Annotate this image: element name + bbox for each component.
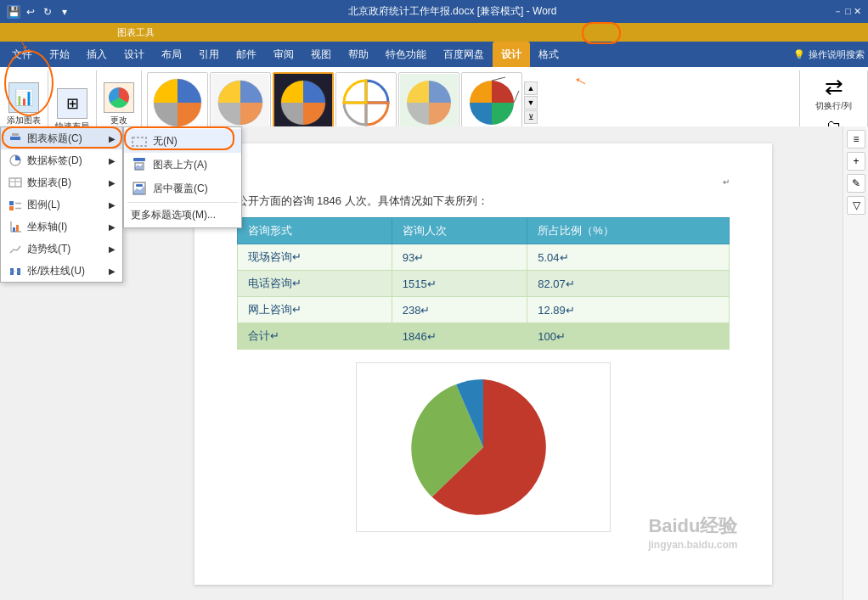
doc-page: ↵ 公开方面的咨询 1846 人次。具体情况如下表所列： 咨询形式 咨询人次 所…	[194, 143, 772, 585]
cell-type-3: 网上咨询↵	[237, 297, 392, 323]
cell-type-2: 电话咨询↵	[237, 271, 392, 297]
chart-tools-label: 图表工具	[100, 25, 172, 41]
chart-title-submenu: 无(N) 图表上方(A) 居中覆盖(C)	[123, 126, 242, 228]
cell-pct-1: 5.04↵	[527, 244, 729, 271]
cell-pct-3: 12.89↵	[527, 297, 729, 323]
chart-style-6[interactable]	[461, 72, 522, 133]
chart-tools-bar: 图表工具	[0, 23, 868, 42]
context-menu: 无(N) 图表上方(A) 居中覆盖(C)	[123, 126, 242, 228]
data-labels-icon	[8, 153, 23, 168]
chart-frame[interactable]	[356, 362, 611, 532]
tab-layout[interactable]: 布局	[153, 42, 190, 67]
chart-style-5[interactable]	[398, 72, 459, 133]
quick-layout-icon: ⊞	[57, 88, 87, 119]
panel-item-legend[interactable]: 图例(L) ▶	[1, 193, 122, 216]
table-row: 网上咨询↵ 238↵ 12.89↵	[237, 297, 729, 323]
scroll-up-arrow[interactable]: ▲	[524, 81, 538, 95]
svg-rect-27	[132, 137, 146, 146]
tab-view[interactable]: 视图	[302, 42, 340, 67]
data-table-icon	[8, 175, 23, 190]
svg-rect-31	[136, 184, 143, 187]
cell-count-3: 238↵	[392, 297, 527, 323]
submenu-arrow-7: ▶	[109, 266, 116, 276]
svg-rect-22	[13, 227, 15, 232]
svg-rect-23	[16, 225, 19, 232]
tab-mailings[interactable]: 邮件	[228, 42, 265, 67]
center-icon	[131, 180, 148, 197]
submenu-arrow-5: ▶	[109, 222, 116, 232]
panel-item-axis[interactable]: 坐标轴(I) ▶	[1, 216, 122, 238]
tab-home[interactable]: 开始	[41, 42, 78, 67]
switch-row-col-btn[interactable]: ⇄ 切换行/列	[807, 72, 860, 114]
sidebar-icon-1[interactable]: ≡	[847, 130, 865, 149]
table-row: 现场咨询↵ 93↵ 5.04↵	[237, 244, 729, 271]
tab-review[interactable]: 审阅	[265, 42, 302, 67]
sidebar-icon-4[interactable]: ▽	[847, 196, 865, 215]
doc-sidebar: ≡ + ✎ ▽	[843, 126, 868, 600]
switch-label: 切换行/列	[815, 100, 852, 112]
chart-style-scroll: ▲ ▼ ⊻	[524, 81, 538, 124]
svg-rect-28	[133, 158, 145, 161]
chart-style-3[interactable]	[273, 72, 334, 133]
cell-count-1: 93↵	[392, 244, 527, 271]
chart-container[interactable]	[237, 362, 730, 532]
menu-divider	[127, 202, 238, 203]
legend-icon	[8, 197, 23, 212]
window-title: 北京政府统计工作年报.docx [兼容模式] - Word	[71, 4, 833, 19]
color-icon	[104, 82, 134, 113]
undo-icon[interactable]: ↩	[24, 5, 37, 19]
window-controls[interactable]: － □ ✕	[833, 5, 861, 18]
tab-design-doc[interactable]: 设计	[116, 42, 153, 67]
lightbulb-icon: 💡	[793, 49, 805, 60]
chart-style-1[interactable]	[147, 72, 208, 133]
trendline-icon	[8, 241, 23, 256]
chart-styles-row: ▲ ▼ ⊻	[147, 72, 794, 133]
scroll-down-arrow[interactable]: ▼	[524, 96, 538, 109]
menu-item-center[interactable]: 居中覆盖(C)	[124, 177, 241, 200]
customize-icon[interactable]: ▾	[58, 5, 71, 19]
panel-item-trendline[interactable]: 趋势线(T) ▶	[1, 238, 122, 260]
chart-title-icon	[8, 131, 23, 146]
help-search[interactable]: 💡 操作说明搜索	[793, 48, 865, 61]
tab-baidu[interactable]: 百度网盘	[435, 42, 493, 67]
submenu-arrow-6: ▶	[109, 244, 116, 254]
svg-rect-16	[9, 201, 14, 205]
panel-item-data-table[interactable]: 数据表(B) ▶	[1, 171, 122, 193]
redo-icon[interactable]: ↻	[41, 5, 54, 19]
svg-rect-18	[9, 206, 14, 210]
sidebar-icon-2[interactable]: +	[847, 152, 865, 171]
none-icon	[131, 132, 148, 149]
table-row-total: 合计↵ 1846↵ 100↵	[237, 323, 729, 350]
tab-chart-design[interactable]: 设计	[493, 42, 530, 67]
tab-help[interactable]: 帮助	[340, 42, 377, 67]
tab-file[interactable]: 文件	[3, 42, 41, 67]
menu-item-above[interactable]: 图表上方(A)	[124, 153, 241, 177]
panel-item-chart-title[interactable]: 图表标题(C) ▶	[1, 127, 122, 149]
table-row: 电话咨询↵ 1515↵ 82.07↵	[237, 271, 729, 297]
sidebar-icon-3[interactable]: ✎	[847, 174, 865, 193]
cell-type-1: 现场咨询↵	[237, 244, 392, 271]
chart-style-2[interactable]	[210, 72, 271, 133]
tab-features[interactable]: 特色功能	[377, 42, 435, 67]
panel-item-bars[interactable]: 张/跌柱线(U) ▶	[1, 260, 122, 282]
axis-icon	[8, 219, 23, 234]
tab-insert[interactable]: 插入	[78, 42, 116, 67]
chart-style-4[interactable]	[335, 72, 397, 133]
menu-item-more[interactable]: 更多标题选项(M)...	[124, 205, 241, 226]
panel-item-data-labels[interactable]: 数据标签(D) ▶	[1, 149, 122, 171]
title-bar: 💾 ↩ ↻ ▾ 北京政府统计工作年报.docx [兼容模式] - Word － …	[0, 0, 868, 23]
scroll-expand-arrow[interactable]: ⊻	[524, 110, 538, 124]
col-header-percent: 所占比例（%）	[527, 218, 729, 244]
above-icon	[131, 156, 148, 173]
cell-pct-total: 100↵	[527, 323, 729, 350]
col-header-type: 咨询形式	[237, 218, 392, 244]
menu-item-none[interactable]: 无(N)	[124, 129, 241, 153]
tab-format[interactable]: 格式	[530, 42, 567, 67]
tab-references[interactable]: 引用	[190, 42, 228, 67]
save-icon[interactable]: 💾	[7, 5, 20, 19]
data-table: 咨询形式 咨询人次 所占比例（%） 现场咨询↵ 93↵ 5.04↵ 电话咨询↵ …	[237, 217, 730, 350]
title-bar-controls[interactable]: 💾 ↩ ↻ ▾	[7, 5, 71, 19]
col-header-count: 咨询人次	[392, 218, 527, 244]
add-element-icon: 📊	[8, 82, 39, 113]
submenu-arrow-2: ▶	[109, 156, 116, 165]
